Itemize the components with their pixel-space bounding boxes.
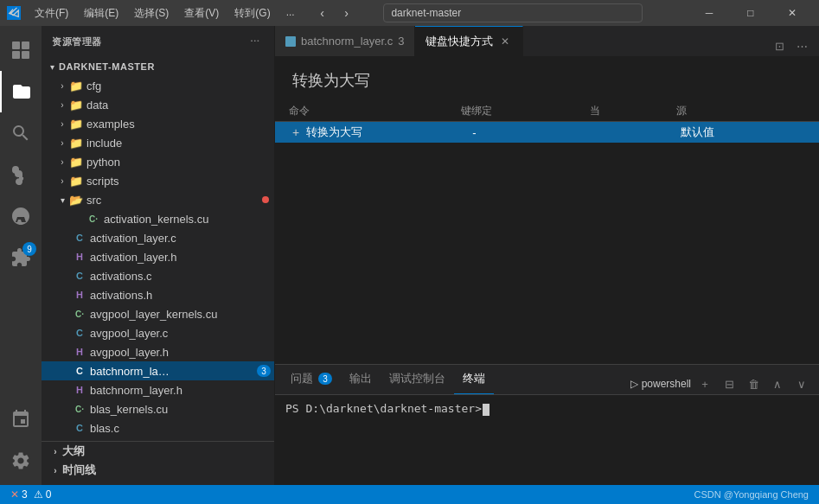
tree-item-include[interactable]: › 📁 include	[42, 133, 274, 152]
panel-actions: ▷ powershell + ⊟ 🗑 ∧ ∨	[630, 373, 812, 394]
search-bar[interactable]	[383, 3, 643, 22]
status-errors[interactable]: ✕ 3 ⚠ 0	[7, 485, 54, 504]
minimize-button[interactable]: ─	[689, 0, 729, 26]
activity-extensions[interactable]	[0, 29, 42, 71]
extensions-badge: 9	[22, 242, 36, 256]
terminal-dropdown-label: powershell	[642, 378, 691, 390]
c-icon: C	[73, 269, 86, 283]
activity-remote[interactable]	[0, 399, 42, 440]
c-icon: C	[73, 364, 86, 378]
tree-item-activations-c[interactable]: C activations.c	[42, 266, 274, 285]
tree-item-activation-kernels[interactable]: C· activation_kernels.cu	[42, 209, 274, 228]
tree-item-batchnorm-layer-c[interactable]: C batchnorm_layer.c 3	[42, 361, 274, 380]
menu-select[interactable]: 选择(S)	[127, 4, 176, 22]
tree-item-blas-c[interactable]: C blas.c	[42, 418, 274, 437]
activity-extensions-2[interactable]: 9	[0, 237, 42, 278]
warning-icon: ⚠	[34, 488, 43, 501]
tree-label-avgpool-kernels: avgpool_layer_kernels.cu	[90, 308, 274, 321]
tree-item-activation-layer-h[interactable]: H activation_layer.h	[42, 247, 274, 266]
tree-item-src[interactable]: ▾ 📂 src	[42, 190, 274, 209]
error-icon: ✕	[10, 488, 19, 501]
tree-label-examples: examples	[86, 118, 274, 131]
warning-count: 0	[46, 488, 52, 501]
col-keybinding-header: 键绑定	[461, 104, 590, 118]
tree-label-scripts: scripts	[86, 175, 274, 188]
c-icon: C	[73, 231, 86, 245]
tab-c-icon	[285, 36, 296, 47]
forward-button[interactable]: ›	[336, 3, 357, 23]
sidebar-title: 资源管理器	[52, 35, 102, 48]
outline-section[interactable]: › 大纲	[42, 442, 274, 461]
tree-item-activation-layer-c[interactable]: C activation_layer.c	[42, 228, 274, 247]
back-button[interactable]: ‹	[312, 3, 333, 23]
examples-arrow: ›	[55, 117, 69, 131]
search-input[interactable]	[383, 3, 643, 22]
tree-item-scripts[interactable]: › 📁 scripts	[42, 171, 274, 190]
activity-explorer[interactable]	[0, 71, 42, 112]
row-key-0: -	[472, 126, 597, 139]
tree-item-avgpool-layer-c[interactable]: C avgpool_layer.c	[42, 323, 274, 342]
cursor-block	[483, 404, 489, 416]
root-label: DARKNET-MASTER	[59, 61, 274, 72]
close-button[interactable]: ✕	[772, 0, 812, 26]
menu-file[interactable]: 文件(F)	[28, 4, 75, 22]
menu-view[interactable]: 查看(V)	[177, 4, 226, 22]
activity-settings[interactable]	[0, 440, 42, 482]
nav-buttons: ‹ ›	[312, 3, 357, 23]
tab-batchnorm[interactable]: batchnorm_layer.c 3	[275, 26, 415, 56]
tree-root[interactable]: ▾ DARKNET-MASTER	[42, 57, 274, 76]
tree-item-python[interactable]: › 📁 python	[42, 152, 274, 171]
outline-arrow: ›	[48, 444, 62, 458]
root-arrow: ▾	[45, 60, 59, 73]
split-editor-icon[interactable]: ⊡	[769, 35, 790, 56]
minimize-panel-btn[interactable]: ∨	[791, 373, 812, 394]
h-icon: H	[73, 383, 86, 397]
tree-item-activations-h[interactable]: H activations.h	[42, 285, 274, 304]
tree-item-data[interactable]: › 📁 data	[42, 95, 274, 114]
timeline-section[interactable]: › 时间线	[42, 461, 274, 480]
new-terminal-btn[interactable]: +	[694, 373, 715, 394]
activity-git[interactable]	[0, 154, 42, 195]
tree-label-batchnorm-layer-h: batchnorm_layer.h	[90, 384, 274, 397]
tree-item-batchnorm-layer-h[interactable]: H batchnorm_layer.h	[42, 380, 274, 399]
tab-close-keybinding[interactable]: ✕	[498, 35, 512, 48]
tree-item-avgpool-layer-h[interactable]: H avgpool_layer.h	[42, 342, 274, 361]
sidebar-header: 资源管理器 ⋯	[42, 26, 274, 57]
bottom-panel: 问题 3 输出 调试控制台 终端 ▷ powershell +	[275, 364, 819, 485]
tree-label-activations-c: activations.c	[90, 270, 274, 283]
sidebar-header-actions: ⋯	[246, 33, 264, 50]
c-icon: C	[73, 421, 86, 435]
keybinding-row-0[interactable]: + 转换为大写 - 默认值	[275, 122, 819, 143]
new-file-icon[interactable]: ⋯	[246, 33, 264, 50]
terminal-dropdown[interactable]: ▷ powershell	[630, 378, 691, 390]
panel-tab-output[interactable]: 输出	[341, 364, 381, 394]
menu-edit[interactable]: 编辑(E)	[77, 4, 125, 22]
tree-item-blas-kernels[interactable]: C· blas_kernels.cu	[42, 399, 274, 418]
tree-item-avgpool-kernels[interactable]: C· avgpool_layer_kernels.cu	[42, 304, 274, 323]
folder-icon: 📁	[69, 117, 83, 131]
activity-search[interactable]	[0, 112, 42, 154]
panel-tab-debug[interactable]: 调试控制台	[381, 364, 454, 394]
menu-goto[interactable]: 转到(G)	[227, 4, 277, 22]
python-arrow: ›	[55, 155, 69, 169]
file-tree: ▾ DARKNET-MASTER › 📁 cfg › 📁 data › 📁 ex…	[42, 57, 274, 485]
row-command-0: 转换为大写	[306, 124, 472, 140]
more-actions-icon[interactable]: ⋯	[791, 35, 812, 56]
menu-more[interactable]: ...	[279, 4, 302, 22]
tab-keybinding[interactable]: 键盘快捷方式 ✕	[415, 26, 523, 56]
add-keybinding-btn[interactable]: +	[289, 125, 303, 139]
app-icon	[7, 6, 21, 20]
maximize-button[interactable]: □	[731, 0, 771, 26]
terminal-content[interactable]: PS D:\darknet\darknet-master>	[275, 395, 819, 485]
svg-rect-1	[22, 41, 29, 49]
activity-debug[interactable]	[0, 195, 42, 237]
panel-tab-problems[interactable]: 问题 3	[282, 364, 341, 394]
tree-label-blas-kernels: blas_kernels.cu	[90, 403, 274, 416]
maximize-panel-btn[interactable]: ∧	[767, 373, 788, 394]
kill-terminal-btn[interactable]: 🗑	[743, 373, 764, 394]
split-terminal-btn[interactable]: ⊟	[719, 373, 739, 394]
tree-item-examples[interactable]: › 📁 examples	[42, 114, 274, 133]
tree-item-cfg[interactable]: › 📁 cfg	[42, 76, 274, 95]
panel-tab-terminal[interactable]: 终端	[454, 364, 494, 394]
svg-rect-0	[12, 41, 20, 49]
